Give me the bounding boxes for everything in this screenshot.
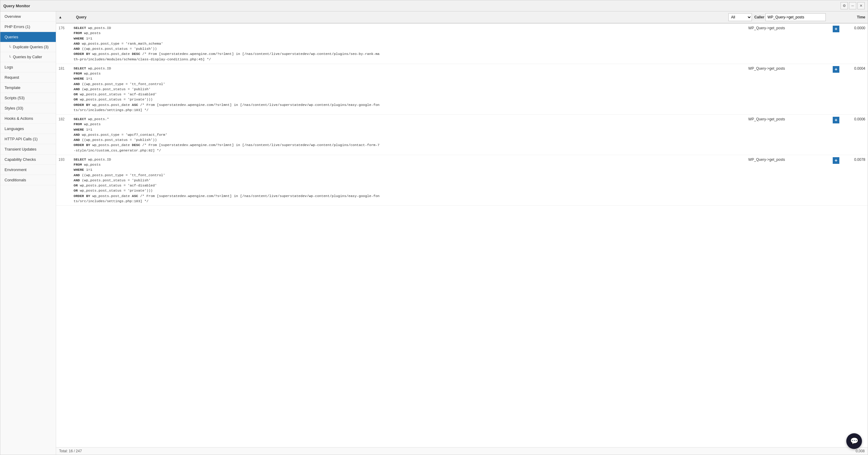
sidebar-item-http-api-calls[interactable]: HTTP API Calls (1) [0, 134, 56, 144]
sidebar-item-transient-updates[interactable]: Transient Updates [0, 144, 56, 154]
row-caller-text: WP_Query->get_posts [748, 25, 833, 30]
col-num-header: ▲ [59, 15, 73, 19]
expand-button[interactable]: + [833, 26, 839, 32]
col-caller-header: Caller [754, 13, 839, 21]
content-area: ▲ Query All SELECT INSERT UPDATE DELETE … [56, 11, 868, 455]
sidebar-item-hooks-actions[interactable]: Hooks & Actions [0, 114, 56, 124]
table-row: 181 SELECT wp_posts.ID FROM wp_posts WHE… [56, 64, 868, 115]
sidebar-item-label: Capability Checks [4, 157, 36, 162]
total-label: Total: 16 / 247 [59, 449, 82, 453]
minimize-button[interactable]: ─ [849, 2, 856, 9]
title-bar-controls: ⚙ ─ ✕ [841, 2, 865, 9]
col-query-label: Query [76, 15, 87, 19]
title-bar: Query Monitor ⚙ ─ ✕ [0, 0, 868, 11]
sidebar-item-languages[interactable]: Languages [0, 124, 56, 134]
sidebar-item-label: HTTP API Calls (1) [4, 137, 38, 141]
table-row: 176 SELECT wp_posts.ID FROM wp_posts WHE… [56, 24, 868, 64]
sidebar-item-label: Template [4, 85, 21, 90]
sub-arrow-icon: └ [9, 55, 11, 59]
expand-button[interactable]: + [833, 117, 839, 123]
header-filter-area: All SELECT INSERT UPDATE DELETE [728, 13, 752, 21]
row-number: 193 [59, 157, 73, 162]
app-container: Query Monitor ⚙ ─ ✕ Overview PHP Errors … [0, 0, 868, 455]
table-header: ▲ Query All SELECT INSERT UPDATE DELETE … [56, 11, 868, 24]
expand-button[interactable]: + [833, 66, 839, 73]
sort-arrow-icon[interactable]: ▲ [59, 15, 62, 19]
sidebar-item-duplicate-queries[interactable]: └ Duplicate Queries (3) [0, 42, 56, 52]
row-query-text: SELECT wp_posts.* FROM wp_posts WHERE 1=… [73, 117, 748, 153]
sidebar-item-label: Request [4, 75, 19, 80]
row-caller-text: WP_Query->get_posts [748, 117, 833, 121]
sidebar: Overview PHP Errors (1) Queries └ Duplic… [0, 11, 56, 455]
col-time-header[interactable]: Time [841, 15, 865, 19]
app-title: Query Monitor [3, 4, 30, 8]
row-caller-text: WP_Query->get_posts [748, 66, 833, 70]
col-time-label: Time [857, 15, 865, 19]
sidebar-item-overview[interactable]: Overview [0, 11, 56, 22]
row-query-text: SELECT wp_posts.ID FROM wp_posts WHERE 1… [73, 66, 748, 113]
sidebar-item-request[interactable]: Request [0, 72, 56, 83]
sidebar-item-label: Hooks & Actions [4, 116, 33, 121]
col-caller-label: Caller [754, 15, 764, 19]
row-number: 181 [59, 66, 73, 70]
sidebar-item-label: Queries by Caller [13, 55, 42, 59]
sidebar-item-label: Transient Updates [4, 147, 36, 151]
row-query-text: SELECT wp_posts.ID FROM wp_posts WHERE 1… [73, 25, 748, 62]
sidebar-item-label: Logs [4, 65, 13, 69]
row-time-text: 0.0000 [841, 25, 865, 30]
settings-button[interactable]: ⚙ [841, 2, 848, 9]
row-time-text: 0.0006 [841, 117, 865, 121]
sidebar-item-label: Environment [4, 168, 27, 172]
caller-filter-input[interactable] [766, 13, 826, 21]
table-body: 176 SELECT wp_posts.ID FROM wp_posts WHE… [56, 24, 868, 447]
row-query-text: SELECT wp_posts.ID FROM wp_posts WHERE 1… [73, 157, 748, 204]
query-type-filter[interactable]: All SELECT INSERT UPDATE DELETE [728, 13, 752, 21]
row-time-text: 0.0004 [841, 66, 865, 70]
sidebar-item-scripts[interactable]: Scripts (53) [0, 93, 56, 103]
sidebar-item-label: Languages [4, 126, 24, 131]
table-row: 182 SELECT wp_posts.* FROM wp_posts WHER… [56, 115, 868, 155]
time-total: 0,008 [856, 449, 865, 453]
status-bar: Total: 16 / 247 0,008 [56, 447, 868, 455]
chat-button[interactable]: 💬 [846, 433, 862, 449]
sidebar-item-styles[interactable]: Styles (33) [0, 103, 56, 114]
sidebar-item-capability-checks[interactable]: Capability Checks [0, 154, 56, 165]
close-button[interactable]: ✕ [858, 2, 865, 9]
sidebar-item-label: Queries [4, 35, 19, 39]
row-number: 182 [59, 117, 73, 121]
row-time-text: 0.0078 [841, 157, 865, 162]
sidebar-item-label: Overview [4, 14, 21, 19]
chat-icon: 💬 [850, 437, 858, 445]
sidebar-item-queries[interactable]: Queries [0, 32, 56, 42]
sidebar-item-label: PHP Errors (1) [4, 25, 30, 29]
expand-button[interactable]: + [833, 157, 839, 164]
row-caller-text: WP_Query->get_posts [748, 157, 833, 162]
table-row: 193 SELECT wp_posts.ID FROM wp_posts WHE… [56, 155, 868, 206]
sub-arrow-icon: └ [9, 45, 11, 49]
main-layout: Overview PHP Errors (1) Queries └ Duplic… [0, 11, 868, 455]
sidebar-item-queries-by-caller[interactable]: └ Queries by Caller [0, 52, 56, 62]
sidebar-item-environment[interactable]: Environment [0, 165, 56, 175]
col-query-header[interactable]: Query [76, 15, 726, 19]
sidebar-item-label: Styles (33) [4, 106, 23, 111]
sidebar-item-label: Conditionals [4, 178, 26, 182]
sidebar-item-template[interactable]: Template [0, 83, 56, 93]
sidebar-item-logs[interactable]: Logs [0, 62, 56, 72]
sidebar-item-php-errors[interactable]: PHP Errors (1) [0, 22, 56, 32]
row-number: 176 [59, 25, 73, 30]
sidebar-item-label: Duplicate Queries (3) [13, 45, 49, 49]
sidebar-item-conditionals[interactable]: Conditionals [0, 175, 56, 185]
sidebar-item-label: Scripts (53) [4, 96, 25, 100]
